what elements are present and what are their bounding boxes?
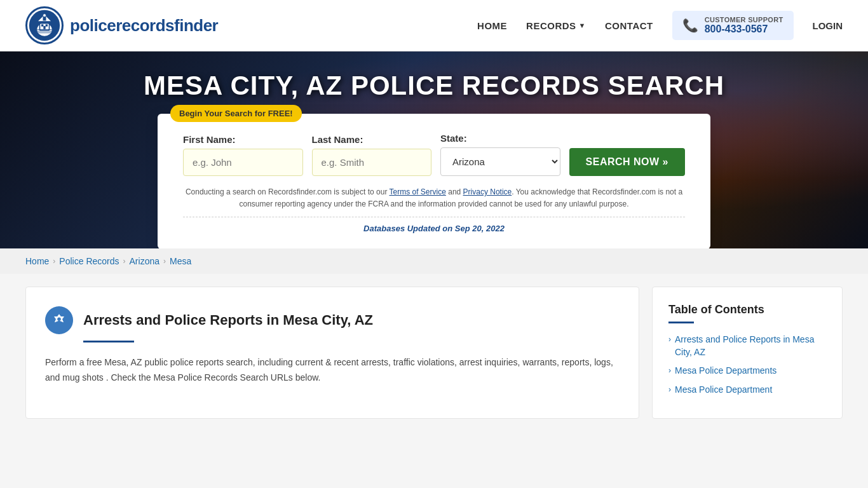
nav: HOME RECORDS ▼ CONTACT 📞 CUSTOMER SUPPOR… bbox=[477, 11, 843, 40]
toc-link[interactable]: Mesa Police Department bbox=[675, 384, 772, 396]
svg-rect-8 bbox=[46, 24, 48, 26]
toc-list: ›Arrests and Police Reports in Mesa City… bbox=[668, 334, 826, 396]
logo-finder: finder bbox=[174, 16, 218, 35]
breadcrumb-sep-2: › bbox=[123, 257, 126, 266]
breadcrumb-arizona[interactable]: Arizona bbox=[130, 256, 159, 266]
toc-item[interactable]: ›Arrests and Police Reports in Mesa City… bbox=[668, 334, 826, 358]
chevron-right-icon: › bbox=[668, 385, 671, 394]
first-name-label: First Name: bbox=[183, 134, 303, 145]
support-label: CUSTOMER SUPPORT bbox=[705, 16, 783, 24]
logo-icon bbox=[25, 6, 64, 44]
breadcrumb: Home › Police Records › Arizona › Mesa bbox=[0, 248, 868, 274]
search-button[interactable]: SEARCH NOW » bbox=[569, 148, 685, 176]
nav-contact[interactable]: CONTACT bbox=[605, 20, 653, 31]
form-row: First Name: Last Name: State: AlabamaAla… bbox=[183, 133, 685, 176]
db-updated-label: Databases Updated on bbox=[363, 224, 452, 233]
terms-link[interactable]: Terms of Service bbox=[390, 187, 446, 196]
support-info: CUSTOMER SUPPORT 800-433-0567 bbox=[705, 16, 783, 35]
breadcrumb-police-records[interactable]: Police Records bbox=[59, 256, 119, 266]
article-body: Perform a free Mesa, AZ public police re… bbox=[45, 355, 620, 386]
article-title: Arrests and Police Reports in Mesa City,… bbox=[83, 312, 373, 329]
last-name-label: Last Name: bbox=[312, 134, 432, 145]
toc-panel: Table of Contents ›Arrests and Police Re… bbox=[652, 287, 843, 419]
breadcrumb-mesa: Mesa bbox=[170, 256, 191, 266]
customer-support-box: 📞 CUSTOMER SUPPORT 800-433-0567 bbox=[672, 11, 794, 40]
svg-rect-7 bbox=[41, 24, 43, 26]
support-phone: 800-433-0567 bbox=[705, 24, 783, 35]
nav-login[interactable]: LOGIN bbox=[813, 20, 843, 31]
content-left: Arrests and Police Reports in Mesa City,… bbox=[25, 287, 639, 419]
toc-divider bbox=[668, 322, 694, 323]
breadcrumb-sep-3: › bbox=[163, 257, 166, 266]
svg-point-13 bbox=[57, 317, 61, 321]
privacy-link[interactable]: Privacy Notice bbox=[463, 187, 512, 196]
toc-link[interactable]: Mesa Police Departments bbox=[675, 365, 776, 377]
logo-area: policerecordsfinder bbox=[25, 6, 218, 44]
free-badge[interactable]: Begin Your Search for FREE! bbox=[170, 105, 302, 122]
toc-link[interactable]: Arrests and Police Reports in Mesa City,… bbox=[675, 334, 826, 358]
first-name-group: First Name: bbox=[183, 134, 303, 176]
svg-rect-9 bbox=[43, 26, 45, 29]
breadcrumb-home[interactable]: Home bbox=[25, 256, 49, 266]
search-container: Begin Your Search for FREE! First Name: … bbox=[158, 114, 710, 248]
toc-item[interactable]: ›Mesa Police Departments bbox=[668, 365, 826, 377]
toc-title: Table of Contents bbox=[668, 303, 826, 316]
chevron-down-icon: ▼ bbox=[579, 22, 586, 29]
main-content: Arrests and Police Reports in Mesa City,… bbox=[0, 274, 868, 431]
hero-title: MESA CITY, AZ POLICE RECORDS SEARCH bbox=[131, 71, 737, 101]
state-group: State: AlabamaAlaskaArizonaArkansasCalif… bbox=[440, 133, 560, 176]
article-header: Arrests and Police Reports in Mesa City,… bbox=[45, 306, 620, 334]
logo-police: policerecords bbox=[70, 16, 174, 35]
nav-home[interactable]: HOME bbox=[477, 20, 507, 31]
breadcrumb-sep-1: › bbox=[53, 257, 55, 266]
last-name-group: Last Name: bbox=[312, 134, 432, 176]
db-updated-date: Sep 20, 2022 bbox=[455, 224, 505, 233]
chevron-right-icon: › bbox=[668, 335, 671, 344]
svg-point-6 bbox=[43, 14, 46, 17]
header: policerecordsfinder HOME RECORDS ▼ CONTA… bbox=[0, 0, 868, 51]
phone-icon: 📞 bbox=[682, 18, 698, 33]
hero-section: MESA CITY, AZ POLICE RECORDS SEARCH Begi… bbox=[0, 51, 868, 248]
db-updated: Databases Updated on Sep 20, 2022 bbox=[183, 217, 685, 233]
logo-text: policerecordsfinder bbox=[70, 16, 218, 36]
chevron-right-icon: › bbox=[668, 366, 671, 375]
nav-records[interactable]: RECORDS ▼ bbox=[526, 20, 586, 31]
last-name-input[interactable] bbox=[312, 149, 432, 176]
toc-item[interactable]: ›Mesa Police Department bbox=[668, 384, 826, 396]
disclaimer-text: Conducting a search on Recordsfinder.com… bbox=[183, 186, 685, 210]
first-name-input[interactable] bbox=[183, 149, 303, 176]
state-select[interactable]: AlabamaAlaskaArizonaArkansasCaliforniaCo… bbox=[440, 147, 560, 176]
state-label: State: bbox=[440, 133, 560, 144]
badge-icon bbox=[45, 306, 73, 334]
title-underline bbox=[83, 341, 134, 342]
